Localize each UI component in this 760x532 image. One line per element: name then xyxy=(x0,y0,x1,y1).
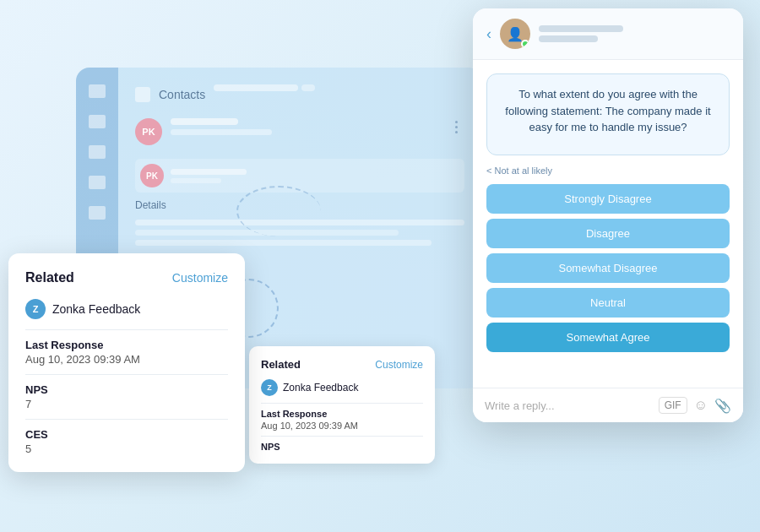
chat-body: To what extent do you agree with the fol… xyxy=(473,60,743,388)
answer-strongly-disagree[interactable]: Strongly Disagree xyxy=(486,184,730,214)
chat-name-line-2 xyxy=(539,35,598,42)
last-response-label-sm: Last Response xyxy=(261,409,423,419)
ces-value: 5 xyxy=(25,442,228,455)
more-options-icon[interactable] xyxy=(448,118,464,135)
divider-sm-1 xyxy=(261,403,423,404)
zonka-row-sm: Z Zonka Feedback xyxy=(261,379,423,396)
ces-section: CES 5 xyxy=(25,428,228,455)
crm-search-bar xyxy=(214,84,464,91)
last-response-section: Last Response Aug 10, 2023 09:39 AM xyxy=(25,339,228,366)
customize-link-sm[interactable]: Customize xyxy=(375,359,423,371)
divider-2 xyxy=(25,374,228,375)
sidebar-icon-5 xyxy=(89,206,106,220)
chat-contact-info xyxy=(539,25,730,42)
divider-sm-2 xyxy=(261,436,423,437)
chat-avatar: 👤 xyxy=(500,19,530,49)
zonka-feedback-row: Z Zonka Feedback xyxy=(25,299,228,319)
answer-disagree[interactable]: Disagree xyxy=(486,219,730,248)
ces-label: CES xyxy=(25,428,228,441)
last-response-value-sm: Aug 10, 2023 09:39 AM xyxy=(261,421,423,431)
sidebar-icon-1 xyxy=(89,84,106,98)
zonka-icon-sm: Z xyxy=(261,379,278,396)
related-panel-header: Related Customize xyxy=(25,270,228,285)
nps-label-sm: NPS xyxy=(261,442,423,452)
chat-header: ‹ 👤 xyxy=(473,8,743,60)
sidebar-icon-2 xyxy=(89,115,106,128)
related-title: Related xyxy=(25,270,74,285)
chat-name-line-1 xyxy=(539,25,623,32)
contact-avatar-2: PK xyxy=(140,164,164,187)
nps-label: NPS xyxy=(25,383,228,396)
question-text: To what extent do you agree with the fol… xyxy=(499,86,717,136)
nps-sm: NPS xyxy=(261,442,423,452)
attach-button[interactable]: 📎 xyxy=(714,398,731,414)
scale-label: < Not at al likely xyxy=(486,166,730,176)
related-panel-sm-header: Related Customize xyxy=(261,358,423,371)
chat-footer: Write a reply... GIF ☺ 📎 xyxy=(473,388,743,422)
sidebar-icon-3 xyxy=(89,145,106,159)
last-response-label: Last Response xyxy=(25,339,228,351)
crm-title: Contacts xyxy=(159,88,205,101)
crm-logo-icon xyxy=(135,87,150,102)
related-panel-small: Related Customize Z Zonka Feedback Last … xyxy=(249,346,435,464)
zonka-feedback-name: Zonka Feedback xyxy=(52,302,140,316)
zonka-name-sm: Zonka Feedback xyxy=(283,382,358,394)
dashed-arrow-decoration xyxy=(236,186,321,236)
online-indicator xyxy=(521,40,529,48)
last-response-value: Aug 10, 2023 09:39 AM xyxy=(25,353,228,366)
related-panel-main: Related Customize Z Zonka Feedback Last … xyxy=(8,253,245,472)
zonka-icon: Z xyxy=(25,299,46,319)
crm-contact-row-2: PK xyxy=(135,159,464,193)
answer-neutral[interactable]: Neutral xyxy=(486,288,730,318)
customize-link[interactable]: Customize xyxy=(172,271,228,285)
crm-contact-row: PK xyxy=(135,118,464,145)
question-bubble: To what extent do you agree with the fol… xyxy=(486,73,730,155)
contact-info-2 xyxy=(171,169,459,183)
last-response-sm: Last Response Aug 10, 2023 09:39 AM xyxy=(261,409,423,431)
nps-value: 7 xyxy=(25,398,228,410)
chat-back-button[interactable]: ‹ xyxy=(486,25,491,43)
divider-3 xyxy=(25,419,228,420)
crm-contact-info xyxy=(171,118,439,135)
crm-contact-avatar: PK xyxy=(135,118,162,145)
crm-header: Contacts xyxy=(135,84,464,105)
sidebar-icon-4 xyxy=(89,176,106,189)
gif-button[interactable]: GIF xyxy=(659,397,687,414)
answer-somewhat-agree[interactable]: Somewhat Agree xyxy=(486,323,730,352)
answer-somewhat-disagree[interactable]: Somewhat Disagree xyxy=(486,253,730,283)
reply-placeholder[interactable]: Write a reply... xyxy=(485,399,652,412)
chat-panel: ‹ 👤 To what extent do you agree with the… xyxy=(473,8,743,422)
divider-1 xyxy=(25,329,228,330)
emoji-button[interactable]: ☺ xyxy=(694,398,708,413)
nps-section: NPS 7 xyxy=(25,383,228,410)
related-title-sm: Related xyxy=(261,358,301,371)
